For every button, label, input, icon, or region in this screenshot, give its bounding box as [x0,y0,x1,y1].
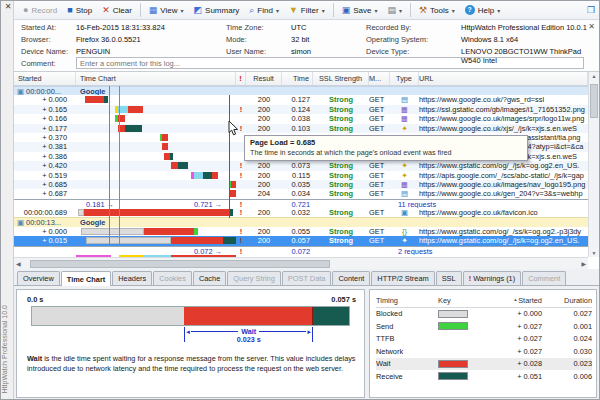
ssl-cell: Strong [313,208,369,217]
page-group-row[interactable]: ▣ 00:00:13...Google [14,217,588,226]
window-icon[interactable]: ❐ [587,6,595,15]
toolbar-button-print-icon[interactable]: ▤▾ [382,4,407,17]
time-cell: 0.127 [282,95,313,104]
timing-row-network[interactable]: Network+ 0.0270.030 [376,345,592,358]
horizontal-scroll-thumb[interactable] [30,260,330,268]
tab-cookies[interactable]: Cookies [153,271,192,285]
timing-row-receive[interactable]: Receive+ 0.0510.006 [376,370,592,383]
column-header-time[interactable]: Time [282,72,313,85]
chart-bar-segment-gray [86,237,171,244]
sort-asc-icon: ▴ [514,296,518,302]
request-row[interactable]: + 0.6872040.034StrongGET▤https://www.goo… [14,189,588,198]
chart-bar-segment-red [84,209,229,216]
tab-time-chart[interactable]: Time Chart [61,271,111,286]
url-cell: https://www.gstatic.com/og/_/js/k=og.og2… [419,236,588,245]
toolbar-button-label: Record [31,6,57,15]
scroll-up-icon[interactable]: ▲ [589,73,599,79]
column-header-type[interactable]: Type [390,72,419,85]
toolbar-button-find[interactable]: ⌕Find▾ [244,4,284,17]
timing-column-header-duration[interactable]: Duration [542,296,592,305]
timing-column-header-key[interactable]: Key [438,296,490,305]
column-header-m[interactable]: M... [369,72,390,85]
toolbar-button-stop[interactable]: ■Stop [62,4,97,17]
timing-started: + 0.027 [490,322,542,331]
tab-comment[interactable]: Comment [522,271,566,285]
info-field-value-time-zone: UTC [291,23,306,32]
tab-warnings-1[interactable]: !Warnings (1) [463,271,522,285]
request-row[interactable]: + 0.015!2000.057StrongGET✦https://www.gs… [14,236,588,245]
vertical-scrollbar[interactable]: ▲ ▼ [588,72,599,257]
column-header-started[interactable]: Started [14,72,76,85]
tab-http-2-stream[interactable]: HTTP/2 Stream [371,271,434,285]
tab-query-string[interactable]: Query String [227,271,281,285]
scroll-right-icon[interactable]: ▶ [581,260,586,267]
result-cell [246,218,282,226]
page-summary-row[interactable]: 0.072 →!0.0722 requests [14,246,588,255]
started-cell: ▣ 00:00:00... [14,87,76,95]
toolbar-button-view[interactable]: ▦View▾ [144,4,189,17]
toolbar-button-clear[interactable]: ✕Clear [97,4,137,17]
result-cell: 200 [246,227,282,236]
started-cell: + 0.381 [14,142,76,151]
method-cell: GET [369,114,390,123]
chart-bar-segment-red [212,172,218,179]
tab-post-data[interactable]: POST Data [282,271,332,285]
method-cell: GET [369,189,390,198]
timing-row-blocked[interactable]: Blocked+ 0.0000.027 [376,308,592,321]
vertical-scroll-thumb[interactable] [590,84,598,118]
scroll-left-icon[interactable]: ◀ [16,260,21,267]
tab-label: SSL [442,274,456,283]
toolbar-button-summary[interactable]: ◩Summary [189,4,245,17]
timing-row-wait[interactable]: Wait+ 0.0280.023 [376,358,592,371]
page-title: Google [76,87,105,95]
tab-headers[interactable]: Headers [112,271,152,285]
request-row[interactable]: + 0.1662000.038StrongGET▦https://www.goo… [14,114,588,123]
time-chart-cell: Google [76,218,236,226]
toolbar-button-save[interactable]: ▣Save▾ [337,4,383,17]
scroll-down-icon[interactable]: ▼ [589,250,599,256]
tab-cache[interactable]: Cache [193,271,226,285]
request-row[interactable]: + 0.177!2000.103StrongGET✦https://www.go… [14,124,588,133]
toolbar-button-help[interactable]: ?Help▾ [460,3,505,17]
time-cell: 0.038 [282,114,313,123]
timing-column-header-started[interactable]: ▴ Started [490,296,542,305]
timing-row-send[interactable]: Send+ 0.0270.001 [376,320,592,333]
request-row[interactable]: + 0.519!2000.115StrongGET✦https://apis.g… [14,171,588,180]
info-close-icon[interactable]: ✕ [588,22,595,31]
page-group-row[interactable]: ▣ 00:00:00...Google [14,86,588,95]
page-summary-row[interactable]: 0.181 →0.721 →!0.72111 requests [14,199,588,208]
request-row[interactable]: 00:00:00.689!2000.032StrongGET▣https://w… [14,208,588,217]
timing-started: + 0.028 [490,359,542,368]
tab-content[interactable]: Content [332,271,370,285]
timing-column-header-timing[interactable]: Timing [376,296,438,305]
request-row[interactable]: + 0.000!2000.055StrongGET{}https://www.g… [14,227,588,236]
column-header-ssl-strength[interactable]: SSL Strength [313,72,369,85]
timing-row-ttfb[interactable]: TTFB+ 0.0270.024 [376,333,592,346]
left-edge-strip: ✕ HttpWatch Professional 10.0 [1,1,14,399]
column-header-time-chart[interactable]: Time Chart [76,72,236,85]
close-icon[interactable]: ✕ [3,2,13,12]
summary-marker: 0.072 → [194,247,222,255]
column-header-result[interactable]: Result [246,72,282,85]
toolbar-button-tools[interactable]: ⚒Tools▾ [414,4,460,17]
toolbar-button-label: View [160,6,177,15]
request-row[interactable]: + 0.6852000.035StrongGET▦https://www.goo… [14,180,588,189]
column-header-url[interactable]: URL [419,72,588,85]
toolbar-button-label: Save [353,6,371,15]
request-row[interactable]: + 0.0002000.127StrongGET▤https://www.goo… [14,95,588,104]
tab-ssl[interactable]: SSL [436,271,462,285]
warn-cell [236,218,246,226]
toolbar-button-record[interactable]: ●Record [18,4,62,17]
request-row[interactable]: + 0.420!2000.073StrongGET✦https://www.gs… [14,161,588,170]
result-cell [246,87,282,95]
request-row[interactable]: + 0.165!2000.124StrongGET▦https://ssl.gs… [14,105,588,114]
tab-overview[interactable]: Overview [17,271,60,285]
method-cell [369,87,390,95]
css-type-icon: {} [390,227,419,236]
toolbar-button-filter[interactable]: ▼Filter▾ [284,4,330,17]
timing-name: TTFB [376,334,438,343]
column-header-[interactable]: ! [236,72,246,85]
chart-bar-segment-teal [125,125,142,132]
started-cell: + 0.015 [14,236,76,245]
horizontal-scrollbar[interactable]: ◀ ▶ [14,257,588,269]
